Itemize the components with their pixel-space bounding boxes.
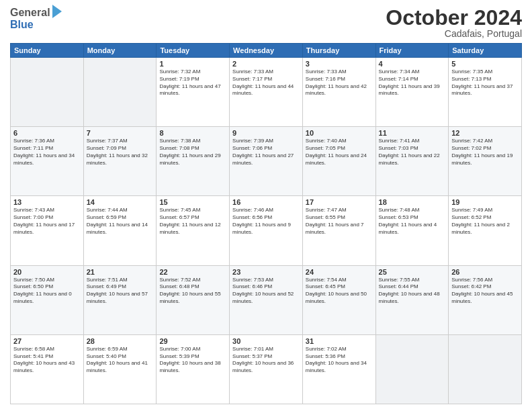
day-info: Sunrise: 7:36 AM Sunset: 7:11 PM Dayligh… [13,138,81,167]
day-number: 29 [159,337,226,345]
calendar-cell: 21Sunrise: 7:51 AM Sunset: 6:49 PM Dayli… [83,265,157,334]
day-info: Sunrise: 7:40 AM Sunset: 7:05 PM Dayligh… [306,138,373,167]
calendar-cell: 7Sunrise: 7:37 AM Sunset: 7:09 PM Daylig… [83,127,157,196]
day-number: 20 [13,268,81,276]
day-number: 22 [159,268,226,276]
logo-general-text: General [10,7,50,19]
day-number: 30 [232,337,300,345]
day-number: 10 [306,129,373,137]
calendar-cell: 29Sunrise: 7:00 AM Sunset: 5:39 PM Dayli… [157,334,230,404]
calendar-cell: 23Sunrise: 7:53 AM Sunset: 6:46 PM Dayli… [230,265,303,334]
day-info: Sunrise: 7:52 AM Sunset: 6:48 PM Dayligh… [159,277,226,306]
title-area: October 2024 Cadafais, Portugal [386,7,522,39]
day-number: 31 [306,337,373,345]
calendar-cell: 24Sunrise: 7:54 AM Sunset: 6:45 PM Dayli… [302,265,375,334]
calendar-cell: 12Sunrise: 7:42 AM Sunset: 7:02 PM Dayli… [449,127,522,196]
calendar-cell: 13Sunrise: 7:43 AM Sunset: 7:00 PM Dayli… [11,196,84,265]
calendar-cell: 16Sunrise: 7:46 AM Sunset: 6:56 PM Dayli… [230,196,303,265]
day-number: 19 [451,198,519,206]
calendar-cell: 4Sunrise: 7:34 AM Sunset: 7:14 PM Daylig… [375,58,449,127]
day-number: 12 [451,129,519,137]
day-info: Sunrise: 7:48 AM Sunset: 6:53 PM Dayligh… [379,207,446,236]
calendar-cell: 5Sunrise: 7:35 AM Sunset: 7:13 PM Daylig… [449,58,522,127]
day-number: 8 [159,129,226,137]
calendar-day-header: Sunday [11,44,84,58]
day-number: 7 [87,129,154,137]
calendar-day-header: Friday [375,44,449,58]
day-info: Sunrise: 7:51 AM Sunset: 6:49 PM Dayligh… [87,277,154,306]
calendar-week-row: 27Sunrise: 6:58 AM Sunset: 5:41 PM Dayli… [11,334,522,404]
day-info: Sunrise: 7:00 AM Sunset: 5:39 PM Dayligh… [159,346,226,375]
calendar-cell: 17Sunrise: 7:47 AM Sunset: 6:55 PM Dayli… [302,196,375,265]
day-info: Sunrise: 6:59 AM Sunset: 5:40 PM Dayligh… [87,346,154,375]
day-number: 28 [87,337,154,345]
calendar-cell [375,334,449,404]
calendar-day-header: Saturday [449,44,522,58]
location: Cadafais, Portugal [386,28,522,39]
day-number: 4 [379,60,446,68]
calendar-cell [83,58,157,127]
calendar-day-header: Monday [83,44,157,58]
day-info: Sunrise: 7:38 AM Sunset: 7:08 PM Dayligh… [159,138,226,167]
day-info: Sunrise: 7:35 AM Sunset: 7:13 PM Dayligh… [451,68,519,97]
calendar-cell: 1Sunrise: 7:32 AM Sunset: 7:19 PM Daylig… [157,58,230,127]
day-number: 24 [306,268,373,276]
calendar-cell: 11Sunrise: 7:41 AM Sunset: 7:03 PM Dayli… [375,127,449,196]
day-number: 1 [159,60,226,68]
calendar-cell: 15Sunrise: 7:45 AM Sunset: 6:57 PM Dayli… [157,196,230,265]
calendar-day-header: Thursday [302,44,375,58]
day-info: Sunrise: 7:33 AM Sunset: 7:17 PM Dayligh… [232,68,300,97]
day-info: Sunrise: 7:34 AM Sunset: 7:14 PM Dayligh… [379,68,446,97]
day-info: Sunrise: 7:01 AM Sunset: 5:37 PM Dayligh… [232,346,300,375]
day-number: 2 [232,60,300,68]
day-info: Sunrise: 7:55 AM Sunset: 6:44 PM Dayligh… [379,277,446,306]
day-number: 15 [159,198,226,206]
logo-blue-text: Blue [10,19,62,31]
logo: General Blue [10,7,62,31]
day-info: Sunrise: 7:41 AM Sunset: 7:03 PM Dayligh… [379,138,446,167]
day-number: 18 [379,198,446,206]
day-info: Sunrise: 7:37 AM Sunset: 7:09 PM Dayligh… [87,138,154,167]
calendar-cell: 8Sunrise: 7:38 AM Sunset: 7:08 PM Daylig… [157,127,230,196]
day-info: Sunrise: 7:46 AM Sunset: 6:56 PM Dayligh… [232,207,300,236]
day-number: 21 [87,268,154,276]
day-number: 27 [13,337,81,345]
calendar-day-header: Wednesday [230,44,303,58]
day-info: Sunrise: 7:56 AM Sunset: 6:42 PM Dayligh… [451,277,519,306]
day-info: Sunrise: 6:58 AM Sunset: 5:41 PM Dayligh… [13,346,81,375]
day-number: 13 [13,198,81,206]
calendar-cell: 27Sunrise: 6:58 AM Sunset: 5:41 PM Dayli… [11,334,84,404]
calendar-cell [449,334,522,404]
day-info: Sunrise: 7:32 AM Sunset: 7:19 PM Dayligh… [159,68,226,97]
day-info: Sunrise: 7:45 AM Sunset: 6:57 PM Dayligh… [159,207,226,236]
page: General Blue October 2024 Cadafais, Port… [0,0,532,411]
calendar-cell: 6Sunrise: 7:36 AM Sunset: 7:11 PM Daylig… [11,127,84,196]
calendar-cell: 25Sunrise: 7:55 AM Sunset: 6:44 PM Dayli… [375,265,449,334]
day-info: Sunrise: 7:50 AM Sunset: 6:50 PM Dayligh… [13,277,81,306]
day-info: Sunrise: 7:53 AM Sunset: 6:46 PM Dayligh… [232,277,300,306]
day-number: 26 [451,268,519,276]
calendar-cell: 10Sunrise: 7:40 AM Sunset: 7:05 PM Dayli… [302,127,375,196]
day-info: Sunrise: 7:49 AM Sunset: 6:52 PM Dayligh… [451,207,519,236]
day-number: 16 [232,198,300,206]
calendar-cell: 30Sunrise: 7:01 AM Sunset: 5:37 PM Dayli… [230,334,303,404]
day-info: Sunrise: 7:47 AM Sunset: 6:55 PM Dayligh… [306,207,373,236]
calendar-cell: 18Sunrise: 7:48 AM Sunset: 6:53 PM Dayli… [375,196,449,265]
calendar-cell: 31Sunrise: 7:02 AM Sunset: 5:36 PM Dayli… [302,334,375,404]
calendar: SundayMondayTuesdayWednesdayThursdayFrid… [10,43,522,404]
day-number: 9 [232,129,300,137]
calendar-header-row: SundayMondayTuesdayWednesdayThursdayFrid… [11,44,522,58]
calendar-cell: 28Sunrise: 6:59 AM Sunset: 5:40 PM Dayli… [83,334,157,404]
calendar-cell: 14Sunrise: 7:44 AM Sunset: 6:59 PM Dayli… [83,196,157,265]
day-number: 17 [306,198,373,206]
calendar-cell: 2Sunrise: 7:33 AM Sunset: 7:17 PM Daylig… [230,58,303,127]
day-info: Sunrise: 7:42 AM Sunset: 7:02 PM Dayligh… [451,138,519,167]
day-info: Sunrise: 7:33 AM Sunset: 7:16 PM Dayligh… [306,68,373,97]
month-title: October 2024 [386,7,522,28]
day-number: 5 [451,60,519,68]
logo-arrow-icon [52,5,62,18]
day-number: 25 [379,268,446,276]
calendar-day-header: Tuesday [157,44,230,58]
calendar-cell: 19Sunrise: 7:49 AM Sunset: 6:52 PM Dayli… [449,196,522,265]
day-number: 3 [306,60,373,68]
